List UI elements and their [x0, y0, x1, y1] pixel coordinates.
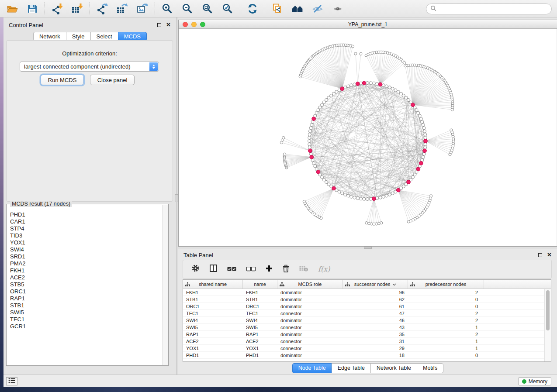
network-node[interactable]: [308, 140, 311, 143]
network-leaf-node[interactable]: [282, 136, 285, 139]
cell-mcds_role[interactable]: connector: [277, 339, 343, 344]
cell-predecessor_nodes[interactable]: 1: [408, 325, 484, 330]
run-mcds-button[interactable]: Run MCDS: [41, 75, 84, 85]
network-node[interactable]: [360, 82, 363, 85]
cell-shared_name[interactable]: SWI4: [183, 318, 243, 323]
clone-network-icon[interactable]: [272, 3, 283, 14]
cell-name[interactable]: ORC1: [243, 304, 277, 309]
network-node[interactable]: [422, 127, 426, 130]
cell-name[interactable]: SWI4: [243, 318, 277, 323]
cell-shared_name[interactable]: PHD1: [183, 353, 243, 358]
network-node[interactable]: [402, 185, 405, 188]
cell-mcds_role[interactable]: connector: [277, 346, 343, 351]
table-row[interactable]: ORC1ORC1dominator610: [183, 303, 551, 310]
network-hub-node[interactable]: [340, 87, 344, 91]
network-node[interactable]: [424, 143, 427, 146]
cell-name[interactable]: PHD1: [243, 353, 277, 358]
minimize-window-icon[interactable]: [191, 22, 197, 27]
network-node[interactable]: [317, 109, 320, 112]
table-tab-network-table[interactable]: Network Table: [370, 363, 417, 373]
cell-shared_name[interactable]: FKH1: [183, 290, 243, 295]
cell-predecessor_nodes[interactable]: 2: [408, 290, 484, 295]
network-node[interactable]: [424, 136, 427, 139]
network-hub-node[interactable]: [423, 149, 427, 153]
export-table-icon[interactable]: [117, 3, 128, 14]
network-hub-node[interactable]: [419, 162, 423, 165]
mcds-result-item[interactable]: YOX1: [10, 239, 162, 246]
save-session-icon[interactable]: [27, 3, 38, 14]
cell-mcds_role[interactable]: dominator: [277, 318, 343, 323]
table-row[interactable]: PHD1PHD1dominator180: [183, 352, 551, 359]
cell-shared_name[interactable]: TEC1: [183, 311, 243, 316]
network-node[interactable]: [338, 190, 341, 193]
network-node[interactable]: [353, 83, 356, 86]
show-columns-icon[interactable]: [210, 265, 217, 274]
select-all-icon[interactable]: [227, 265, 236, 273]
network-leaf-node[interactable]: [451, 108, 453, 111]
mcds-result-item[interactable]: TEC1: [10, 316, 162, 323]
tab-network[interactable]: Network: [33, 32, 66, 41]
network-node[interactable]: [312, 162, 315, 165]
network-node[interactable]: [382, 195, 385, 198]
network-node[interactable]: [347, 194, 350, 197]
column-header-MCDS-role[interactable]: MCDS role: [277, 280, 343, 289]
network-node[interactable]: [419, 117, 422, 120]
network-leaf-node[interactable]: [449, 153, 451, 156]
network-node[interactable]: [327, 96, 330, 99]
mcds-result-scrollbar[interactable]: [162, 205, 168, 365]
table-row[interactable]: SWI5SWI5connector431: [183, 324, 551, 331]
network-leaf-node[interactable]: [303, 200, 305, 203]
network-node[interactable]: [341, 192, 344, 195]
cell-name[interactable]: YOX1: [243, 346, 277, 351]
network-hub-node[interactable]: [407, 180, 411, 184]
network-node[interactable]: [314, 165, 317, 168]
network-node[interactable]: [422, 124, 425, 127]
cell-successor_nodes[interactable]: 31: [343, 339, 408, 344]
cell-predecessor_nodes[interactable]: 1: [408, 346, 484, 351]
network-node[interactable]: [422, 155, 425, 158]
cell-name[interactable]: TEC1: [243, 311, 277, 316]
network-leaf-node[interactable]: [370, 223, 373, 225]
network-hub-node[interactable]: [416, 167, 420, 171]
search-box[interactable]: [426, 3, 552, 14]
network-node[interactable]: [356, 197, 359, 200]
network-leaf-node[interactable]: [283, 153, 286, 155]
mcds-result-item[interactable]: SWI5: [10, 309, 162, 316]
mcds-result-item[interactable]: RAP1: [10, 295, 162, 302]
zoom-out-icon[interactable]: [182, 3, 193, 14]
mcds-result-item[interactable]: FKH1: [10, 267, 162, 274]
network-leaf-node[interactable]: [354, 52, 357, 55]
memory-button[interactable]: Memory: [518, 377, 551, 385]
network-hub-node[interactable]: [397, 188, 401, 192]
network-node[interactable]: [310, 124, 313, 127]
mcds-result-item[interactable]: GCR1: [10, 323, 162, 330]
network-node[interactable]: [372, 82, 375, 85]
table-row[interactable]: SWI4SWI4dominator462: [183, 317, 551, 324]
cell-shared_name[interactable]: YOX1: [183, 346, 243, 351]
cell-shared_name[interactable]: STB1: [183, 297, 243, 302]
network-node[interactable]: [332, 92, 336, 95]
task-history-button[interactable]: [6, 377, 17, 385]
optimization-criterion-select[interactable]: largest connected component (undirected): [20, 62, 159, 72]
network-node[interactable]: [315, 111, 318, 114]
network-node[interactable]: [350, 84, 353, 87]
column-header-shared-name[interactable]: shared name: [183, 280, 243, 289]
table-row[interactable]: YOX1YOX1connector291: [183, 345, 551, 352]
zoom-fit-icon[interactable]: [202, 3, 213, 14]
tab-mcds[interactable]: MCDS: [118, 32, 147, 41]
network-node[interactable]: [391, 87, 394, 90]
network-node[interactable]: [394, 89, 397, 92]
show-all-icon[interactable]: [332, 3, 343, 14]
network-node[interactable]: [350, 195, 353, 198]
network-hub-node[interactable]: [411, 103, 415, 107]
export-image-icon[interactable]: [137, 3, 148, 14]
cell-successor_nodes[interactable]: 46: [343, 318, 408, 323]
network-node[interactable]: [335, 90, 338, 93]
open-file-icon[interactable]: [7, 3, 18, 14]
network-hub-node[interactable]: [312, 117, 316, 121]
cell-predecessor_nodes[interactable]: 2: [408, 318, 484, 323]
tab-select[interactable]: Select: [90, 32, 118, 41]
table-row[interactable]: TEC1TEC1connector472: [183, 310, 551, 317]
cell-mcds_role[interactable]: dominator: [277, 353, 343, 358]
tab-style[interactable]: Style: [66, 32, 91, 41]
